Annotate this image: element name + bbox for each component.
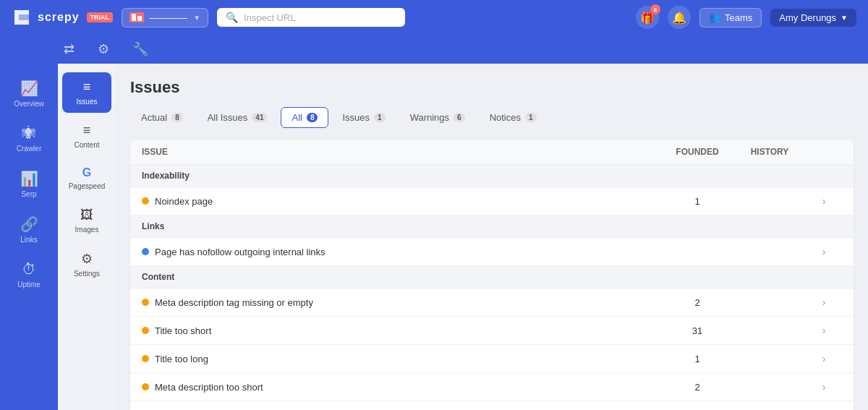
table-row[interactable]: Noindex page 1 › <box>130 187 854 215</box>
issue-cell: Meta description too short <box>142 382 661 393</box>
table-row[interactable]: Meta description too long 1 › <box>130 401 854 410</box>
settings-icon[interactable]: ⚙ <box>92 38 115 60</box>
issue-text: Title too long <box>155 354 208 364</box>
page-title: Issues <box>130 78 854 97</box>
tabs-bar: Actual 8 All Issues 41 All 8 Issues 1 Wa… <box>130 107 854 128</box>
row-chevron-icon[interactable]: › <box>806 246 842 257</box>
table-row[interactable]: Meta description too short 2 › <box>130 373 854 401</box>
tab-warnings[interactable]: Warnings 6 <box>399 107 476 128</box>
search-icon: 🔍 <box>226 12 238 23</box>
col-founded: Founded <box>661 147 733 157</box>
issue-cell: Page has nofollow outgoing internal link… <box>142 247 661 257</box>
sidebar-label-uptime: Uptime <box>17 281 41 289</box>
table-row[interactable]: Title too short 31 › <box>130 317 854 345</box>
tab-actual[interactable]: Actual 8 <box>130 107 194 128</box>
gear-icon[interactable]: 🔧 <box>127 38 154 60</box>
issue-text: Page has nofollow outgoing internal link… <box>155 247 326 257</box>
warning-dot <box>142 327 149 334</box>
sidebar-item-serp[interactable]: 📊 Serp <box>4 163 54 205</box>
tab-issues-count: 1 <box>374 113 386 122</box>
issue-cell: Title too long <box>142 354 661 364</box>
project-name: ———— <box>150 12 187 23</box>
sidebar2-label-images: Images <box>75 226 99 234</box>
logo: screpy TRIAL <box>12 7 113 27</box>
tab-notices[interactable]: Notices 1 <box>479 107 548 128</box>
sidebar2-item-issues[interactable]: ≡ Issues <box>62 72 111 113</box>
founded-value: 2 <box>661 297 733 308</box>
tab-issues-label: Issues <box>342 112 370 123</box>
logo-text: screpy <box>38 11 80 24</box>
share-icon[interactable]: ⇄ <box>58 38 80 60</box>
table-header: Issue Founded History <box>130 140 854 165</box>
main-content: Issues Actual 8 All Issues 41 All 8 Issu… <box>116 64 868 410</box>
project-logo-icon <box>132 14 142 21</box>
founded-value: 31 <box>661 325 733 336</box>
user-chevron-icon: ▼ <box>841 14 848 22</box>
sidebar-item-overview[interactable]: 📈 Overview <box>4 72 54 115</box>
sidebar-label-serp: Serp <box>21 190 36 198</box>
col-history: History <box>733 147 806 157</box>
uptime-icon: ⏱ <box>22 261 36 278</box>
teams-button[interactable]: 👥 Teams <box>699 8 762 27</box>
tab-warnings-label: Warnings <box>410 112 449 123</box>
warning-dot <box>142 355 149 362</box>
sidebar-label-overview: Overview <box>14 100 44 108</box>
svg-rect-2 <box>132 14 136 21</box>
founded-value: 1 <box>661 354 733 364</box>
teams-icon: 👥 <box>709 12 720 23</box>
pagespeed-nav-icon: G <box>82 166 91 179</box>
user-name: Amy Derungs <box>779 12 836 23</box>
table-row[interactable]: Title too long 1 › <box>130 345 854 373</box>
row-chevron-icon[interactable]: › <box>806 296 842 308</box>
issue-text: Noindex page <box>155 196 213 207</box>
sidebar2-item-pagespeed[interactable]: G Pagespeed <box>62 159 111 197</box>
tab-all-issues[interactable]: All Issues 41 <box>197 107 278 128</box>
nav-icons: 🎁 8 🔔 👥 Teams Amy Derungs ▼ <box>636 6 856 29</box>
row-chevron-icon[interactable]: › <box>806 353 842 364</box>
warning-dot <box>142 383 149 390</box>
info-dot <box>142 248 149 255</box>
section-content: Content <box>130 266 854 289</box>
user-menu-button[interactable]: Amy Derungs ▼ <box>770 9 856 27</box>
gift-button[interactable]: 🎁 8 <box>636 6 659 29</box>
issue-cell: Meta description tag missing or empty <box>142 297 661 308</box>
row-chevron-icon[interactable]: › <box>806 325 842 336</box>
project-selector[interactable]: ———— ▼ <box>122 8 208 27</box>
bell-button[interactable]: 🔔 <box>668 6 691 29</box>
content-nav-icon: ≡ <box>83 123 91 138</box>
tab-actual-label: Actual <box>141 112 167 123</box>
sidebar2-item-images[interactable]: 🖼 Images <box>62 200 111 241</box>
issues-table: Issue Founded History Indexability Noind… <box>130 140 854 410</box>
issues-nav-icon: ≡ <box>83 80 91 95</box>
table-row[interactable]: Meta description tag missing or empty 2 … <box>130 289 854 317</box>
tab-all-issues-count: 41 <box>252 113 267 122</box>
top-nav: screpy TRIAL ———— ▼ 🔍 Inspect URL 🎁 8 🔔 … <box>0 0 868 35</box>
section-content-label: Content <box>142 272 661 282</box>
tab-all-issues-label: All Issues <box>208 112 248 123</box>
sub-nav: ⇄ ⚙ 🔧 <box>0 35 868 64</box>
tab-issues[interactable]: Issues 1 <box>331 107 396 128</box>
row-chevron-icon[interactable]: › <box>806 381 842 393</box>
tab-actual-count: 8 <box>171 113 183 122</box>
issue-cell: Noindex page <box>142 196 661 207</box>
teams-label: Teams <box>725 12 752 23</box>
tab-all-count: 8 <box>307 113 318 122</box>
row-chevron-icon[interactable]: › <box>806 195 842 207</box>
sidebar-label-links: Links <box>20 236 37 244</box>
col-action <box>806 147 842 157</box>
sidebar2-label-issues: Issues <box>77 98 98 106</box>
table-row[interactable]: Page has nofollow outgoing internal link… <box>130 238 854 266</box>
search-bar[interactable]: 🔍 Inspect URL <box>217 8 405 27</box>
tab-all-label: All <box>292 112 302 123</box>
sidebar-item-links[interactable]: 🔗 Links <box>4 208 54 251</box>
serp-icon: 📊 <box>20 170 38 187</box>
overview-icon: 📈 <box>20 80 38 97</box>
sidebar-item-crawler[interactable]: 🕷 Crawler <box>4 118 54 160</box>
tab-all[interactable]: All 8 <box>281 107 328 128</box>
issue-text: Meta description tag missing or empty <box>155 297 313 308</box>
sidebar2-item-settings[interactable]: ⚙ Settings <box>62 244 111 285</box>
sidebar2-item-content[interactable]: ≡ Content <box>62 116 111 156</box>
sidebar2-label-content: Content <box>74 141 99 149</box>
secondary-sidebar: ≡ Issues ≡ Content G Pagespeed 🖼 Images … <box>58 64 116 410</box>
sidebar-item-uptime[interactable]: ⏱ Uptime <box>4 254 54 296</box>
